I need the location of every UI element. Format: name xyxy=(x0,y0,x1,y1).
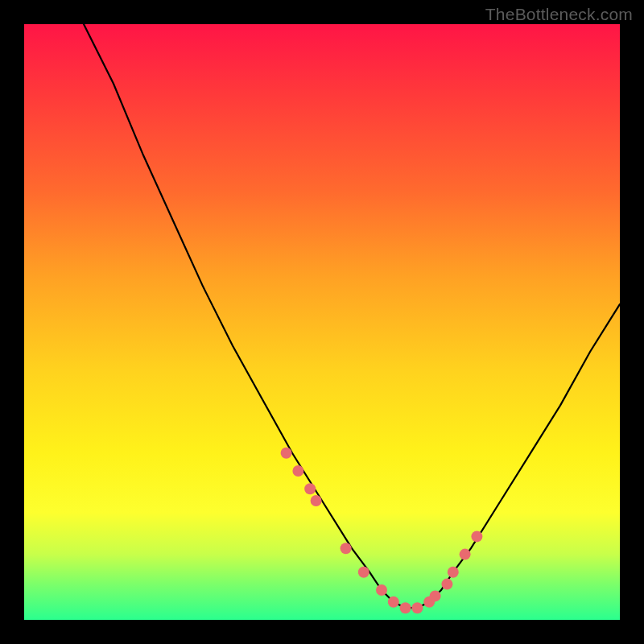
data-point xyxy=(292,465,303,477)
bottleneck-curve xyxy=(84,24,620,608)
data-point xyxy=(376,584,387,596)
data-point xyxy=(341,543,352,554)
data-point xyxy=(411,602,423,613)
data-point-dots xyxy=(281,448,483,613)
data-point xyxy=(441,579,452,590)
data-point xyxy=(311,495,322,506)
data-point xyxy=(358,567,369,578)
chart-plot-area xyxy=(24,24,620,620)
data-point xyxy=(304,483,316,494)
data-point xyxy=(400,602,411,613)
data-point xyxy=(471,530,482,542)
data-point xyxy=(448,567,459,578)
data-point xyxy=(460,549,471,560)
data-point xyxy=(281,448,292,459)
data-point xyxy=(388,597,399,608)
watermark-text: TheBottleneck.com xyxy=(485,5,633,24)
chart-svg xyxy=(24,24,620,620)
data-point xyxy=(430,590,441,601)
